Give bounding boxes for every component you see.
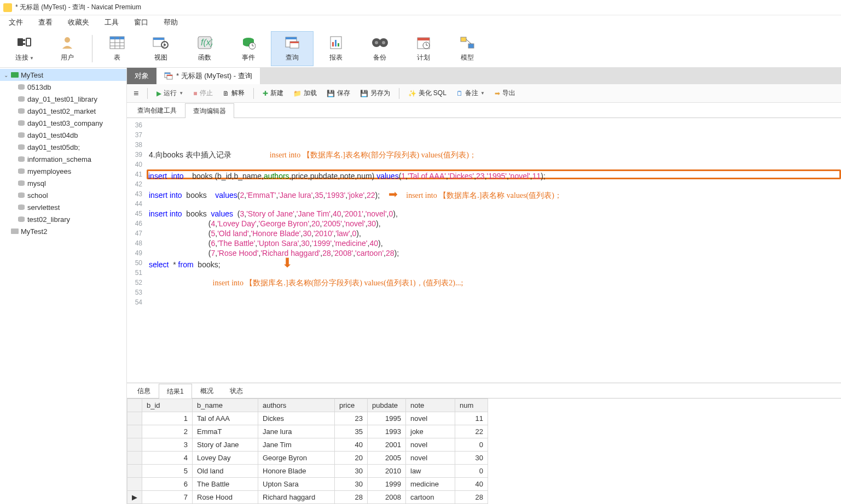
tab-query[interactable]: * 无标题 (MyTest) - 查询 (156, 68, 260, 84)
table-row[interactable]: 6The BattleUpton Sara301999medicine40 (127, 478, 488, 491)
svg-rect-41 (11, 72, 19, 78)
connect-label: 连接 (15, 54, 28, 61)
menu-tools[interactable]: 工具 (98, 16, 125, 29)
model-label: 模型 (461, 53, 474, 62)
tree-db-1[interactable]: day_01_test01_library (0, 93, 126, 105)
backup-button[interactable]: 备份 (358, 31, 401, 66)
window-title: * 无标题 (MyTest) - 查询 - Navicat Premium (15, 3, 141, 12)
database-icon (16, 143, 26, 151)
event-button[interactable]: 事件 (227, 31, 270, 66)
database-icon (16, 167, 26, 175)
svg-rect-38 (461, 37, 466, 42)
menu-file[interactable]: 文件 (2, 16, 30, 29)
table-icon (109, 34, 125, 51)
tree-db-6[interactable]: information_schema (0, 153, 126, 165)
view-button[interactable]: 视图 (140, 31, 182, 66)
hamburger-button[interactable]: ≡ (130, 86, 142, 101)
table-row[interactable]: 5Old landHonore Blade302010law0 (127, 465, 488, 478)
folder-icon: 📁 (293, 90, 301, 97)
menu-view[interactable]: 查看 (32, 16, 59, 29)
event-icon (240, 34, 257, 51)
tree-db-10[interactable]: servlettest (0, 201, 126, 213)
tree-db-9[interactable]: school (0, 189, 126, 201)
model-icon (459, 34, 475, 51)
table-row[interactable]: 1Tal of AAADickes231995novel11 (127, 412, 488, 425)
new-button[interactable]: ✚新建 (259, 86, 287, 101)
menu-help[interactable]: 帮助 (157, 16, 184, 29)
tree-db-2[interactable]: day01_test02_market (0, 105, 126, 117)
result-grid[interactable]: b_id b_name authors price pubdate note n… (127, 398, 488, 504)
tree-db-4[interactable]: day01_test04db (0, 129, 126, 141)
col-price[interactable]: price (335, 399, 368, 412)
beautify-button[interactable]: ✨美化 SQL (405, 86, 450, 101)
database-icon (16, 83, 26, 91)
col-num[interactable]: num (455, 399, 488, 412)
plan-button[interactable]: 计划 (402, 31, 445, 66)
tab-result1[interactable]: 结果1 (159, 384, 192, 398)
user-label: 用户 (61, 53, 74, 62)
query-button[interactable]: 查询 (271, 31, 314, 66)
export-button[interactable]: ➡导出 (491, 86, 519, 101)
svg-rect-2 (23, 43, 25, 45)
tree-db-8[interactable]: mysql (0, 177, 126, 189)
chevron-down-icon: ▼ (30, 56, 34, 61)
table-button[interactable]: 表 (96, 31, 138, 66)
tree-root-mytest2[interactable]: MyTest2 (0, 225, 126, 237)
tab-query-builder[interactable]: 查询创建工具 (129, 103, 185, 118)
database-icon (16, 155, 26, 163)
content-area: 对象 * 无标题 (MyTest) - 查询 ≡ ▶运行▼ ■停止 🗎解释 ✚新… (127, 68, 841, 504)
tree-db-11[interactable]: test02_library (0, 213, 126, 225)
tree-db-7[interactable]: myemployees (0, 165, 126, 177)
stop-button[interactable]: ■停止 (190, 86, 216, 101)
col-pubdate[interactable]: pubdate (368, 399, 406, 412)
user-button[interactable]: 用户 (46, 31, 89, 66)
tree-db-3[interactable]: day01_test03_company (0, 117, 126, 129)
connect-button[interactable]: 连接▼ (3, 31, 46, 66)
table-row[interactable]: 2EmmaTJane lura351993joke22 (127, 425, 488, 438)
collapse-icon[interactable]: ⌄ (2, 72, 10, 78)
save-button[interactable]: 💾保存 (323, 86, 353, 101)
tab-status[interactable]: 状态 (222, 383, 251, 398)
load-button[interactable]: 📁加载 (290, 86, 320, 101)
run-button[interactable]: ▶运行▼ (153, 86, 187, 101)
sql-editor[interactable]: 36 37 38 39 4.向books 表中插入记录 insert into … (127, 118, 841, 383)
col-bid[interactable]: b_id (142, 399, 193, 412)
table-row[interactable]: 4Lovey DayGeorge Byron202005novel30 (127, 452, 488, 465)
table-row[interactable]: ▶7Rose HoodRichard haggard282008cartoon2… (127, 491, 488, 504)
plan-icon (415, 34, 432, 51)
saveas-button[interactable]: 💾另存为 (357, 86, 393, 101)
explain-button[interactable]: 🗎解释 (219, 86, 248, 101)
query-label: 查询 (286, 53, 299, 62)
report-button[interactable]: 报表 (315, 31, 357, 66)
report-icon (328, 34, 344, 51)
function-button[interactable]: f(x) 函数 (183, 31, 226, 66)
model-button[interactable]: 模型 (446, 31, 489, 66)
view-icon (153, 34, 169, 51)
tab-objects[interactable]: 对象 (127, 68, 156, 84)
tree-db-0[interactable]: 0513db (0, 81, 126, 93)
svg-rect-34 (417, 38, 430, 40)
svg-rect-54 (11, 228, 19, 234)
database-server-icon (10, 227, 20, 236)
query-toolbar: ≡ ▶运行▼ ■停止 🗎解释 ✚新建 📁加载 💾保存 💾另存为 ✨美化 SQL … (127, 84, 841, 103)
connection-tree[interactable]: ⌄ MyTest 0513db day_01_test01_library da… (0, 68, 127, 504)
tree-root-mytest[interactable]: ⌄ MyTest (0, 69, 126, 81)
tab-query-editor[interactable]: 查询编辑器 (185, 103, 234, 118)
svg-point-4 (65, 37, 70, 43)
tab-info[interactable]: 信息 (129, 383, 159, 398)
tab-profile[interactable]: 概况 (192, 383, 222, 398)
menu-favorites[interactable]: 收藏夹 (61, 16, 96, 29)
menu-window[interactable]: 窗口 (127, 16, 155, 29)
col-authors[interactable]: authors (258, 399, 335, 412)
explain-icon: 🗎 (223, 90, 229, 97)
col-note[interactable]: note (406, 399, 455, 412)
svg-text:f(x): f(x) (201, 38, 212, 47)
plan-label: 计划 (417, 53, 430, 62)
table-row[interactable]: 3Story of JaneJane Tim402001novel0 (127, 438, 488, 452)
user-icon (59, 34, 76, 51)
annotation-2: insert into 【数据库名.]表名称 values(值列表)； (406, 191, 562, 200)
col-bname[interactable]: b_name (193, 399, 258, 412)
tree-db-5[interactable]: day01_test05db; (0, 141, 126, 153)
note-button[interactable]: 🗒备注▼ (453, 86, 488, 101)
svg-rect-1 (23, 39, 25, 41)
